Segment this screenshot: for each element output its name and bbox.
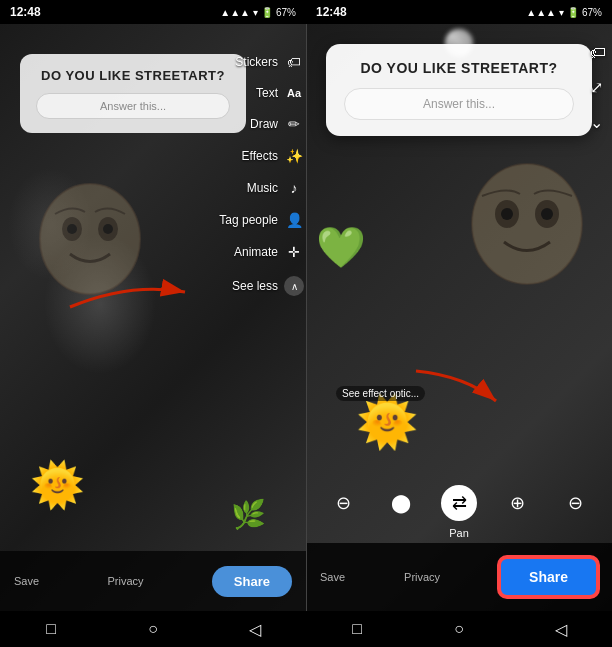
bottom-bar-right: Save Privacy Share — [306, 543, 612, 611]
bottom-bar-left: Save Privacy Share — [0, 551, 306, 611]
toolbar-zoom-out-icon[interactable]: ⊖ — [557, 485, 593, 521]
answer-input-left[interactable]: Answer this... — [36, 93, 230, 119]
nav-bar: □ ○ ◁ □ ○ ◁ — [0, 611, 612, 647]
red-arrow-right — [406, 366, 506, 406]
svg-point-10 — [541, 208, 553, 220]
privacy-label-left: Privacy — [107, 575, 143, 587]
answer-input-right[interactable]: Answer this... — [344, 88, 574, 120]
nav-back-left[interactable]: ◁ — [235, 620, 275, 639]
effects-icon: ✨ — [284, 148, 304, 164]
stickers-icon: 🏷 — [284, 54, 304, 70]
share-button-right[interactable]: Share — [499, 557, 598, 597]
music-icon: ♪ — [284, 180, 304, 196]
nav-square-right[interactable]: □ — [337, 620, 377, 638]
question-card-left: DO YOU LIKE STREETART? Answer this... — [20, 54, 246, 133]
left-signal-icon: ▲▲▲ — [220, 7, 250, 18]
menu-item-text[interactable]: Text Aa — [256, 86, 304, 100]
graffiti-face-right — [462, 154, 592, 294]
text-icon: Aa — [284, 87, 304, 99]
right-battery-pct: 67% — [582, 7, 602, 18]
question-title-left: DO YOU LIKE STREETART? — [36, 68, 230, 83]
toolbar-sync-icon[interactable]: ⇄ — [441, 485, 477, 521]
svg-point-3 — [67, 224, 77, 234]
right-menu: Stickers 🏷 Text Aa Draw ✏ Effects ✨ Musi… — [219, 54, 304, 296]
top-right-icon-3: ⌄ — [590, 113, 606, 132]
menu-item-tag-people[interactable]: Tag people 👤 — [219, 212, 304, 228]
nav-square-left[interactable]: □ — [31, 620, 71, 638]
red-arrow-left — [60, 272, 200, 312]
pan-label: Pan — [449, 527, 469, 539]
right-signal-icon: ▲▲▲ — [526, 7, 556, 18]
green-decor-left: 🌿 — [231, 498, 266, 531]
menu-item-stickers[interactable]: Stickers 🏷 — [235, 54, 304, 70]
animate-icon: ✛ — [284, 244, 304, 260]
toolbar-zoom-in-icon[interactable]: ⊕ — [499, 485, 535, 521]
question-card-right: DO YOU LIKE STREETART? Answer this... — [326, 44, 592, 136]
toolbar-record-icon[interactable]: ⬤ — [383, 485, 419, 521]
privacy-label-right: Privacy — [404, 571, 440, 583]
menu-item-draw[interactable]: Draw ✏ — [250, 116, 304, 132]
top-right-icon-1: 🏷 — [590, 44, 606, 62]
share-button-left[interactable]: Share — [212, 566, 292, 597]
menu-item-effects[interactable]: Effects ✨ — [242, 148, 304, 164]
menu-item-see-less[interactable]: See less ∧ — [232, 276, 304, 296]
left-wifi-icon: ▾ — [253, 7, 258, 18]
nav-circle-right[interactable]: ○ — [439, 620, 479, 638]
toolbar-circle-icon[interactable]: ⊖ — [325, 485, 361, 521]
bottom-toolbar-right: ⊖ ⬤ ⇄ ⊕ ⊖ — [306, 485, 612, 521]
screen-divider — [306, 24, 307, 611]
save-label-right: Save — [320, 571, 345, 583]
draw-icon: ✏ — [284, 116, 304, 132]
right-screen: DO YOU LIKE STREETART? Answer this... 🏷 … — [306, 24, 612, 611]
save-label-left: Save — [14, 575, 39, 587]
see-less-icon: ∧ — [284, 276, 304, 296]
nav-circle-left[interactable]: ○ — [133, 620, 173, 638]
menu-item-music[interactable]: Music ♪ — [247, 180, 304, 196]
svg-point-9 — [501, 208, 513, 220]
right-time: 12:48 — [316, 5, 347, 19]
top-right-icons: 🏷 ⤢ ⌄ — [590, 44, 606, 132]
right-battery-icon: 🔋 — [567, 7, 579, 18]
green-heart: 💚 — [316, 224, 366, 271]
left-time: 12:48 — [10, 5, 41, 19]
tag-people-icon: 👤 — [284, 212, 304, 228]
left-battery-icon: 🔋 — [261, 7, 273, 18]
left-battery-pct: 67% — [276, 7, 296, 18]
right-wifi-icon: ▾ — [559, 7, 564, 18]
menu-item-animate[interactable]: Animate ✛ — [234, 244, 304, 260]
top-right-icon-2: ⤢ — [590, 78, 606, 97]
nav-back-right[interactable]: ◁ — [541, 620, 581, 639]
svg-point-6 — [472, 164, 582, 284]
sun-sticker-left: 🌞 — [30, 459, 85, 511]
svg-point-4 — [103, 224, 113, 234]
left-screen: DO YOU LIKE STREETART? Answer this... St… — [0, 24, 306, 611]
question-title-right: DO YOU LIKE STREETART? — [344, 60, 574, 76]
